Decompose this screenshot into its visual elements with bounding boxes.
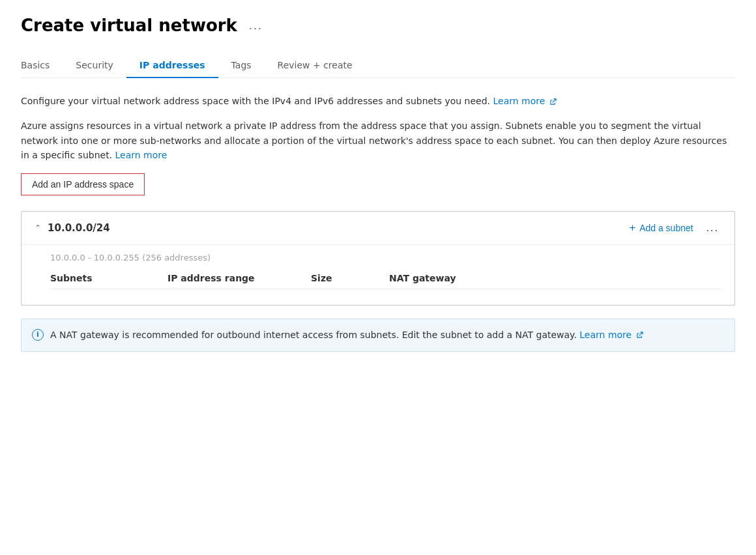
page-ellipsis-button[interactable]: ... xyxy=(245,18,267,34)
add-subnet-button[interactable]: + Add a subnet xyxy=(630,222,693,234)
ip-cidr-label: 10.0.0.0/24 xyxy=(48,222,110,234)
learn-more-link-1[interactable]: Learn more xyxy=(493,96,557,106)
page-title: Create virtual network xyxy=(21,16,237,35)
subnets-table: Subnets IP address range Size NAT gatewa… xyxy=(22,263,734,305)
page-title-row: Create virtual network ... xyxy=(21,16,735,35)
ip-space-title-row: ⌃ 10.0.0.0/24 xyxy=(35,222,110,234)
collapse-chevron-icon[interactable]: ⌃ xyxy=(35,223,41,233)
col-header-size: Size xyxy=(311,273,389,283)
nat-learn-more-link[interactable]: Learn more xyxy=(579,330,643,340)
plus-icon: + xyxy=(630,222,635,234)
tab-tags[interactable]: Tags xyxy=(218,53,265,78)
subnets-table-header: Subnets IP address range Size NAT gatewa… xyxy=(50,273,721,289)
info-icon: i xyxy=(32,329,44,341)
tab-ip-addresses[interactable]: IP addresses xyxy=(126,53,218,78)
ip-space-actions: + Add a subnet ... xyxy=(630,222,721,234)
description-2: Azure assigns resources in a virtual net… xyxy=(21,119,735,162)
tab-bar: Basics Security IP addresses Tags Review… xyxy=(21,53,735,78)
description-1: Configure your virtual network address s… xyxy=(21,94,735,108)
tab-security[interactable]: Security xyxy=(63,53,126,78)
add-ip-address-space-button[interactable]: Add an IP address space xyxy=(21,173,145,195)
nat-info-box: i A NAT gateway is recommended for outbo… xyxy=(21,319,735,352)
ip-space-more-button[interactable]: ... xyxy=(704,222,721,234)
ip-space-card: ⌃ 10.0.0.0/24 + Add a subnet ... 10.0.0.… xyxy=(21,211,735,306)
ip-range-info: 10.0.0.0 - 10.0.0.255 (256 addresses) xyxy=(22,245,734,263)
col-header-ip-range: IP address range xyxy=(167,273,311,283)
learn-more-link-2[interactable]: Learn more xyxy=(115,150,167,160)
col-header-subnets: Subnets xyxy=(50,273,167,283)
ip-space-header: ⌃ 10.0.0.0/24 + Add a subnet ... xyxy=(22,212,734,245)
nat-info-text: A NAT gateway is recommended for outboun… xyxy=(50,328,643,342)
tab-basics[interactable]: Basics xyxy=(21,53,63,78)
col-header-nat-gateway: NAT gateway xyxy=(389,273,721,283)
tab-review-create[interactable]: Review + create xyxy=(265,53,366,78)
